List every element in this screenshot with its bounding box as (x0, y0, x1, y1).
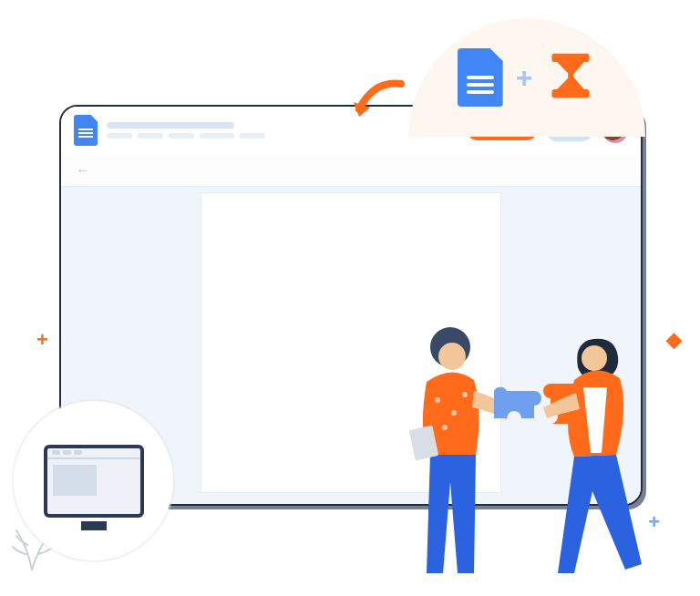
document-icon[interactable] (74, 115, 98, 146)
plus-icon: + (516, 61, 533, 95)
integration-badge: + (408, 18, 645, 137)
svg-point-10 (582, 345, 607, 371)
spark-dot-icon: ◆ (666, 328, 682, 352)
svg-point-7 (462, 392, 468, 397)
monitor-icon (44, 445, 144, 518)
monitor-illustration (14, 401, 173, 560)
back-arrow-icon[interactable]: ← (76, 162, 90, 179)
jibble-hourglass-icon (545, 50, 596, 105)
svg-rect-0 (552, 54, 590, 62)
toolbar: ← (61, 154, 641, 187)
spark-plus-icon: + (36, 328, 48, 352)
svg-point-8 (442, 425, 448, 430)
people-illustration (363, 300, 654, 591)
svg-point-6 (451, 410, 457, 416)
svg-point-4 (438, 343, 466, 370)
google-docs-icon (458, 48, 503, 107)
svg-point-5 (435, 397, 440, 403)
puzzle-blue-icon (494, 387, 541, 418)
svg-rect-2 (569, 70, 574, 80)
svg-rect-1 (552, 89, 590, 98)
arrow-icon (346, 73, 410, 140)
